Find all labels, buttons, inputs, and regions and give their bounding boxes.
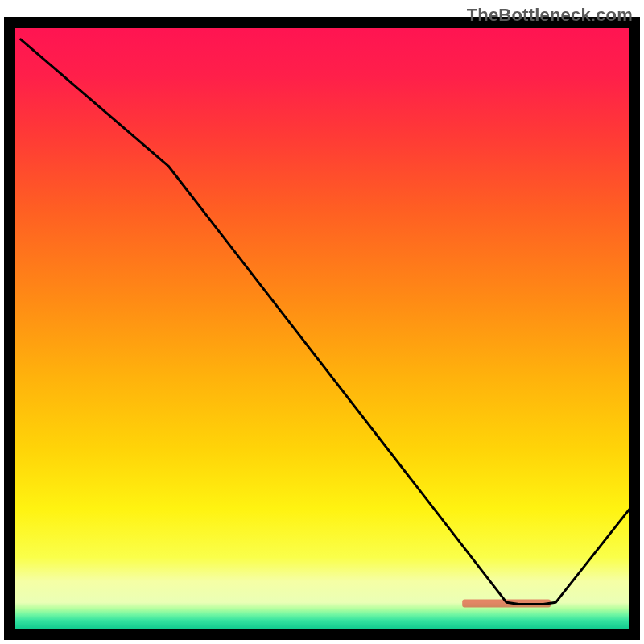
chart-container: TheBottleneck.com: [0, 0, 644, 644]
chart-svg: [0, 0, 644, 644]
chart-background: [14, 27, 630, 630]
watermark-text: TheBottleneck.com: [467, 5, 633, 26]
